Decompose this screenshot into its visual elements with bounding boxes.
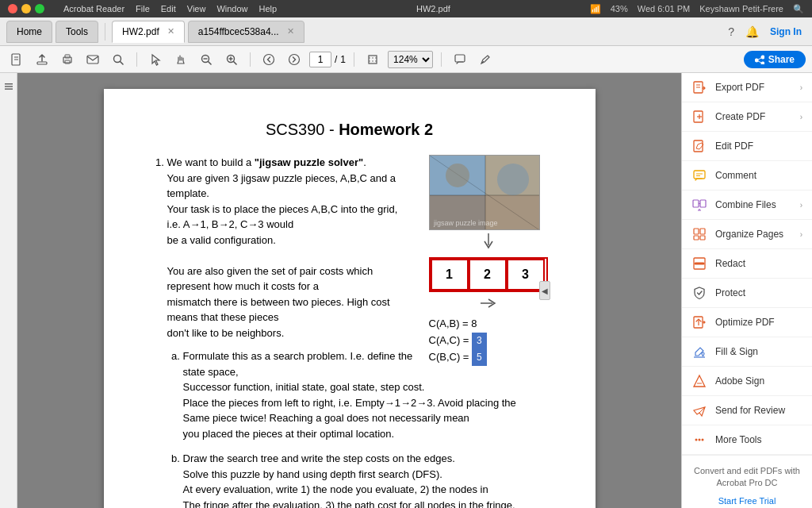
panel-item-combine-files[interactable]: Combine Files ›	[682, 190, 812, 220]
sidebar-toggle[interactable]	[2, 79, 16, 94]
svg-point-35	[446, 164, 469, 187]
email-button[interactable]	[82, 51, 103, 68]
app-toolbar: Home Tools HW2.pdf ✕ a154ffbcec538a4... …	[0, 17, 812, 46]
send-review-label: Send for Review	[715, 405, 802, 416]
nav-sep-4	[441, 52, 442, 67]
print-button[interactable]	[57, 51, 78, 68]
create-pdf-label: Create PDF	[715, 111, 792, 122]
q1-line6: don't like to be neighbors.	[167, 327, 285, 339]
svg-point-36	[497, 164, 529, 195]
export-chevron-icon: ›	[800, 83, 802, 92]
notification-button[interactable]: 🔔	[741, 23, 763, 40]
nav-sep-3	[354, 52, 354, 67]
close-button[interactable]	[8, 4, 17, 13]
puzzle-cell-1: 1	[431, 259, 469, 291]
zoom-select[interactable]: 124% 100% 150% 200% 75% 50%	[388, 51, 433, 68]
svg-rect-49	[700, 200, 706, 207]
panel-item-adobe-sign[interactable]: Adobe Sign	[682, 367, 812, 396]
protect-icon	[691, 285, 707, 301]
svg-rect-24	[5, 83, 13, 85]
panel-item-more-tools[interactable]: More Tools	[682, 425, 812, 455]
q1b-text3: At every evaluation, write 1) the node y…	[183, 483, 488, 495]
next-page-button[interactable]	[284, 51, 304, 68]
page-input[interactable]	[309, 52, 331, 67]
svg-rect-52	[694, 236, 699, 240]
panel-item-organize-pages[interactable]: Organize Pages ›	[682, 220, 812, 249]
panel-collapse-arrow[interactable]: ◀	[539, 281, 550, 300]
more-icon	[691, 432, 707, 448]
search-button[interactable]	[108, 51, 128, 68]
svg-point-61	[699, 439, 701, 441]
svg-rect-22	[455, 55, 465, 62]
q1-line2: Your task is to place the pieces A,B,C i…	[167, 203, 398, 231]
sign-in-button[interactable]: Sign In	[766, 24, 806, 40]
menu-edit[interactable]: Edit	[161, 4, 176, 13]
close-tab-a154-icon[interactable]: ✕	[287, 26, 294, 37]
cost-table: C(A,B) = 8 C(A,C) = 3 C(B,C) = 5	[429, 316, 548, 366]
comment-tool-button[interactable]	[450, 51, 470, 68]
help-button[interactable]: ?	[724, 23, 738, 40]
start-free-trial-link[interactable]: Start Free Trial	[718, 496, 776, 506]
adobe-icon	[691, 373, 707, 389]
q1a-text5: you placed the pieces at their optimal l…	[183, 428, 395, 440]
menu-file[interactable]: File	[136, 4, 150, 13]
menu-help[interactable]: Help	[259, 4, 278, 13]
svg-point-18	[289, 54, 300, 64]
svg-rect-25	[5, 86, 13, 87]
panel-item-protect[interactable]: Protect	[682, 279, 812, 308]
panel-item-create-pdf[interactable]: Create PDF ›	[682, 102, 812, 132]
minimize-button[interactable]	[21, 4, 31, 13]
combine-chevron-icon: ›	[800, 201, 802, 210]
more-tools-label: More Tools	[715, 434, 802, 445]
send-icon	[691, 402, 707, 418]
tab-tools[interactable]: Tools	[56, 21, 98, 43]
q1-line3: be a valid configuration.	[167, 234, 276, 246]
pdf-content-area[interactable]: ◀ SCS390 - Homework 2	[17, 73, 681, 508]
svg-rect-7	[87, 56, 98, 64]
panel-item-send-review[interactable]: Send for Review	[682, 396, 812, 425]
menu-view[interactable]: View	[187, 4, 206, 13]
new-doc-button[interactable]	[6, 51, 27, 68]
svg-rect-45	[694, 171, 705, 179]
panel-item-redact[interactable]: Redact	[682, 249, 812, 279]
q1a-text3: Place the pieces from left to right, i.e…	[183, 397, 516, 409]
comment-icon	[691, 167, 707, 183]
menu-acrobat[interactable]: Acrobat Reader	[63, 4, 124, 13]
prev-page-button[interactable]	[259, 51, 279, 68]
question-1: jigsaw puzzle image 1 2 3	[167, 155, 548, 508]
panel-item-comment[interactable]: Comment	[682, 161, 812, 190]
svg-rect-48	[693, 200, 699, 207]
zoom-in-button[interactable]	[221, 51, 242, 68]
share-button[interactable]: Share	[744, 51, 806, 68]
organize-icon	[691, 226, 707, 242]
create-icon	[691, 109, 707, 125]
window-title: HW2.pdf	[416, 4, 450, 13]
upload-button[interactable]	[32, 51, 52, 68]
pdf-page: SCS390 - Homework 2	[104, 89, 596, 508]
q1-line1: You are given 3 jigsaw puzzle pieces, A,…	[167, 172, 396, 200]
tab-home[interactable]: Home	[6, 21, 52, 43]
zoom-out-button[interactable]	[196, 51, 216, 68]
select-tool-button[interactable]	[145, 51, 166, 68]
menu-window[interactable]: Window	[216, 4, 247, 13]
close-tab-icon[interactable]: ✕	[167, 26, 174, 37]
crop-button[interactable]	[362, 51, 383, 68]
doc-tab-hw2[interactable]: HW2.pdf ✕	[112, 21, 185, 43]
panel-item-export-pdf[interactable]: Export PDF ›	[682, 73, 812, 102]
wifi-icon: 📶	[590, 4, 601, 14]
doc-tab-a154[interactable]: a154ffbcec538a4... ✕	[188, 21, 304, 43]
tab-home-label: Home	[17, 26, 42, 37]
search-icon[interactable]: 🔍	[793, 4, 804, 14]
panel-item-optimize-pdf[interactable]: Optimize PDF	[682, 308, 812, 337]
optimize-icon	[691, 314, 707, 330]
jigsaw-image: jigsaw puzzle image	[429, 155, 540, 230]
clock: Wed 6:01 PM	[638, 4, 690, 14]
optimize-pdf-label: Optimize PDF	[715, 317, 802, 328]
fullscreen-button[interactable]	[35, 4, 44, 13]
svg-rect-3	[37, 62, 47, 64]
pen-tool-button[interactable]	[475, 51, 496, 68]
battery-icon: 43%	[611, 4, 628, 14]
panel-item-fill-sign[interactable]: Fill & Sign	[682, 337, 812, 367]
hand-tool-button[interactable]	[170, 51, 191, 68]
panel-item-edit-pdf[interactable]: Edit PDF	[682, 132, 812, 161]
